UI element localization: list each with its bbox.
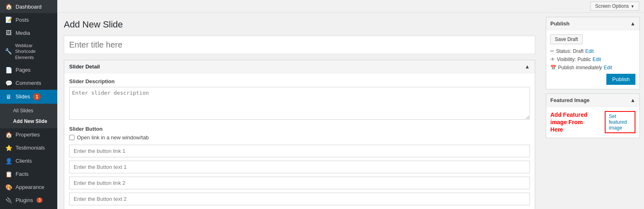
featured-image-box: Featured Image ▲ Add Featured image From… — [546, 93, 640, 138]
save-draft-button[interactable]: Save Draft — [550, 34, 583, 44]
sidebar-item-appearance[interactable]: 🎨 Appearance — [0, 181, 57, 194]
button-section-title: Slider Button — [69, 126, 530, 132]
sidebar-item-pages[interactable]: 📄 Pages — [0, 64, 57, 77]
sidebar-sub-add-new-slide[interactable]: Add New Slide — [0, 116, 57, 127]
sidebar-item-properties[interactable]: 🏠 Properties — [0, 128, 57, 141]
collapse-featured-icon: ▲ — [630, 97, 635, 103]
sidebar-item-weblizar[interactable]: 🔧 Weblizar Shortcode Elements — [0, 39, 57, 64]
title-input[interactable] — [64, 36, 535, 54]
sidebar-item-label: Testimonials — [16, 145, 45, 151]
button-text1-input[interactable] — [69, 161, 530, 173]
publish-btn-row: Publish — [550, 74, 635, 85]
pages-icon: 📄 — [5, 67, 12, 73]
button-link2-input[interactable] — [69, 177, 530, 189]
set-featured-image-link[interactable]: Set featured image — [605, 111, 635, 133]
sidebar-item-testimonials[interactable]: ⭐ Testimonials — [0, 141, 57, 154]
slides-icon: 🖥 — [5, 93, 12, 100]
sidebar-item-comments[interactable]: 💬 Comments — [0, 77, 57, 90]
description-label: Slider Description — [69, 78, 530, 84]
sidebar-item-label: Posts — [16, 17, 29, 23]
publish-box-body: Save Draft ✏ Status: Draft Edit 👁 Visibi… — [546, 30, 639, 89]
topbar: Screen Options ▼ — [57, 0, 644, 13]
sidebar-item-clients[interactable]: 👤 Clients — [0, 154, 57, 168]
open-link-row: Open link in a new window/tab — [69, 134, 530, 141]
sidebar-item-media[interactable]: 🖼 Media — [0, 26, 57, 39]
slider-button-section: Slider Button Open link in a new window/… — [69, 126, 530, 209]
plugins-icon: 🔌 — [5, 197, 12, 204]
page-title: Add New Slide — [64, 19, 535, 30]
visibility-row: 👁 Visibility: Public Edit — [550, 57, 635, 62]
posts-icon: 📝 — [5, 16, 12, 23]
button-text2-input[interactable] — [69, 193, 530, 205]
visibility-icon: 👁 — [550, 57, 555, 62]
sidebar-item-label: Pages — [16, 67, 31, 73]
status-label: Status: — [556, 48, 571, 54]
status-icon: ✏ — [550, 48, 554, 54]
sidebar-item-label: Weblizar Shortcode Elements — [15, 43, 52, 60]
sidebar-item-label: Properties — [16, 132, 40, 138]
visibility-label: Visibility: — [557, 57, 576, 62]
collapse-icon: ▲ — [525, 64, 530, 70]
featured-image-header: Featured Image ▲ — [546, 94, 639, 107]
sidebar-item-label: Facts — [16, 171, 29, 177]
publish-box: Publish ▲ Save Draft ✏ Status: Draft Edi… — [546, 17, 640, 89]
visibility-edit-link[interactable]: Edit — [592, 57, 601, 62]
slider-detail-header[interactable]: Slider Detail ▲ — [64, 60, 535, 73]
featured-image-annotation: Add Featured image From Here — [550, 111, 597, 134]
screen-options-button[interactable]: Screen Options ▼ — [590, 2, 639, 11]
media-icon: 🖼 — [5, 30, 12, 36]
slider-description-input[interactable] — [69, 87, 530, 120]
right-sidebar: Publish ▲ Save Draft ✏ Status: Draft Edi… — [542, 13, 644, 209]
featured-image-body: Add Featured image From Here Set feature… — [546, 107, 639, 138]
testimonials-icon: ⭐ — [5, 145, 12, 151]
chevron-down-icon: ▼ — [630, 4, 635, 9]
sidebar-item-facts[interactable]: 📋 Facts — [0, 168, 57, 181]
sidebar-item-label: Dashboard — [16, 4, 42, 10]
publish-time-value: immediately — [576, 65, 602, 70]
calendar-icon: 📅 — [550, 65, 556, 70]
collapse-publish-icon: ▲ — [630, 20, 635, 27]
status-edit-link[interactable]: Edit — [585, 48, 594, 54]
publish-time-row: 📅 Publish immediately Edit — [550, 65, 635, 70]
plugins-badge: 3 — [36, 198, 43, 203]
slides-submenu: All Slides Add New Slide — [0, 104, 57, 128]
publish-button[interactable]: Publish — [606, 74, 635, 85]
main-area: Screen Options ▼ Add New Slide Slider De… — [57, 0, 644, 209]
featured-image-title: Featured Image — [550, 97, 590, 103]
sidebar-item-label: Slides — [16, 93, 30, 100]
publish-title: Publish — [550, 20, 570, 27]
publish-time-edit-link[interactable]: Edit — [603, 65, 612, 70]
weblizar-icon: 🔧 — [5, 48, 12, 55]
sidebar-item-label: Appearance — [16, 184, 44, 190]
slides-badge: 1 — [33, 93, 41, 100]
sidebar-item-label: Clients — [16, 158, 32, 164]
facts-icon: 📋 — [5, 171, 12, 177]
status-row: ✏ Status: Draft Edit — [550, 48, 635, 54]
button-link1-input[interactable] — [69, 145, 530, 157]
open-link-label: Open link in a new window/tab — [77, 134, 149, 141]
status-value: Draft — [573, 48, 583, 54]
publish-time-label: Publish — [558, 65, 574, 70]
sidebar-item-label: Plugins — [16, 197, 33, 203]
publish-box-header: Publish ▲ — [546, 17, 639, 30]
appearance-icon: 🎨 — [5, 184, 12, 191]
content-area: Add New Slide Slider Detail ▲ Slider Des… — [57, 13, 644, 209]
open-link-checkbox[interactable] — [69, 135, 74, 140]
sidebar-item-label: Comments — [16, 80, 41, 86]
sidebar-item-label: Media — [16, 30, 30, 36]
clients-icon: 👤 — [5, 158, 12, 164]
sidebar-sub-all-slides[interactable]: All Slides — [0, 105, 57, 116]
slider-detail-box: Slider Detail ▲ Slider Description Slide… — [64, 60, 535, 209]
slider-detail-title: Slider Detail — [69, 64, 100, 70]
editor: Add New Slide Slider Detail ▲ Slider Des… — [57, 13, 542, 209]
sidebar: 🏠 Dashboard 📝 Posts 🖼 Media 🔧 Weblizar S… — [0, 0, 57, 209]
sidebar-item-slides[interactable]: 🖥 Slides 1 — [0, 90, 57, 104]
sidebar-item-plugins[interactable]: 🔌 Plugins 3 — [0, 194, 57, 207]
properties-icon: 🏠 — [5, 132, 12, 138]
featured-row: Add Featured image From Here Set feature… — [550, 111, 635, 134]
sidebar-item-posts[interactable]: 📝 Posts — [0, 13, 57, 26]
dashboard-icon: 🏠 — [5, 3, 12, 10]
sidebar-item-dashboard[interactable]: 🏠 Dashboard — [0, 0, 57, 13]
comments-icon: 💬 — [5, 80, 12, 86]
visibility-value: Public — [577, 57, 591, 62]
